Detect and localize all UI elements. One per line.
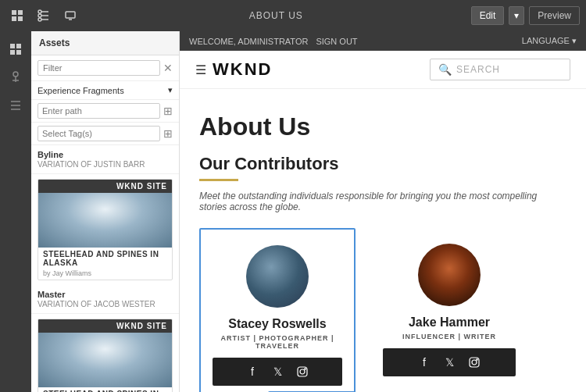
filter-input[interactable] [38,60,160,76]
svg-rect-14 [10,50,15,55]
svg-point-24 [305,369,306,369]
assets-svg-icon [9,42,23,56]
asset-card-image [38,333,172,387]
top-toolbar: ABOUT US Edit ▾ Preview [0,0,586,31]
path-input[interactable] [38,103,160,119]
avatar-image [418,244,481,306]
svg-rect-13 [16,44,21,48]
section-description: Meet the outstanding individuals respons… [199,191,566,212]
avatar-image [246,245,309,308]
dropdown-label: Experience Fragments [38,86,124,95]
layout-icon [11,9,23,22]
asset-variation: VARIATION OF JACOB WESTER [38,300,173,308]
contributor-card[interactable]: Jake Hammer INFLUENCER | WRITER f 𝕏 [371,228,527,392]
assets-dropdown[interactable]: Experience Fragments ▾ [31,81,179,100]
section-divider [199,179,238,181]
assets-filter: ✕ [31,55,179,81]
layout-icon-btn[interactable] [6,6,28,25]
preview-button[interactable]: Preview [529,6,580,25]
asset-card-title: STEELHEAD AND SPINES IN ALASKA [38,248,172,269]
twitter-icon[interactable]: 𝕏 [441,355,457,370]
filter-clear-button[interactable]: ✕ [163,62,173,74]
device-icon-btn[interactable] [59,6,81,25]
asset-variation: VARIATION OF JUSTIN BARR [38,160,173,169]
content-tree-svg-icon [9,98,23,112]
svg-rect-0 [12,10,16,15]
components-svg-icon [9,70,23,84]
site-nav-left: ☰ WKND [195,59,272,80]
content-area: WELCOME, ADMINISTRATOR SIGN OUT LANGUAGE… [180,31,586,392]
structure-icon [38,9,50,22]
search-placeholder-text: SEARCH [456,64,500,75]
social-bar: f 𝕏 [383,348,516,376]
facebook-icon[interactable]: f [416,355,432,370]
svg-point-23 [300,369,305,374]
main-area: Assets ✕ Experience Fragments ▾ ⊞ ⊞ Byli… [0,31,586,392]
tags-browse-icon[interactable]: ⊞ [163,127,173,140]
tags-input[interactable] [38,126,160,141]
svg-point-26 [472,360,477,365]
components-icon[interactable] [4,66,27,89]
svg-rect-2 [12,16,16,21]
svg-rect-1 [18,10,23,15]
structure-icon-btn[interactable] [33,6,55,25]
edit-button[interactable]: Edit [471,6,505,25]
chevron-down-icon: ▾ [168,85,173,95]
content-tree-icon[interactable] [4,94,27,117]
page-heading: About Us [199,112,566,141]
avatar [246,245,309,308]
site-search[interactable]: 🔍 SEARCH [430,59,570,80]
asset-thumbnail [38,333,172,387]
search-icon: 🔍 [438,63,452,76]
assets-icon[interactable] [4,37,27,61]
avatar [418,244,481,306]
contributor-role: ARTIST | PHOTOGRAPHER | TRAVELER [213,334,342,350]
social-bar: f 𝕏 [213,358,342,386]
list-item[interactable]: Master VARIATION OF JACOB WESTER [31,285,179,314]
contributor-card[interactable]: Stacey Roswells ARTIST | PHOTOGRAPHER | … [199,228,356,392]
list-item[interactable]: WKND SITE STEELHEAD AND SPINES IN ALASKA… [38,179,173,280]
list-item[interactable]: WKND SITE STEELHEAD AND SPINES IN ALASKA… [38,319,173,392]
device-icon [64,9,77,22]
section-heading: Our Contributors [199,154,566,174]
asset-thumbnail [38,193,172,248]
path-browse-icon[interactable]: ⊞ [163,105,173,117]
assets-panel: Assets ✕ Experience Fragments ▾ ⊞ ⊞ Byli… [31,31,180,392]
site-topbar-left: WELCOME, ADMINISTRATOR SIGN OUT [189,37,358,46]
assets-tags: ⊞ [31,123,179,145]
list-item[interactable]: Byline VARIATION OF JUSTIN BARR [31,145,179,174]
language-label: LANGUAGE [522,36,570,45]
asset-card-image [38,193,172,248]
svg-point-16 [13,72,18,77]
svg-point-5 [38,14,41,17]
assets-header: Assets [31,31,179,55]
contributors-list: Stacey Roswells ARTIST | PHOTOGRAPHER | … [199,228,566,392]
site-logo: WKND [213,59,272,80]
svg-rect-10 [66,12,75,18]
svg-point-27 [477,359,477,360]
asset-card-subtitle: by Jay Williams [38,269,172,280]
toolbar-right: Edit ▾ Preview [471,6,580,25]
contributor-name: Stacey Roswells [213,317,342,331]
language-selector[interactable]: LANGUAGE ▾ [522,36,577,46]
facebook-icon[interactable]: f [245,364,260,380]
signout-link[interactable]: SIGN OUT [316,37,357,46]
svg-rect-15 [16,50,21,55]
page-title-label: ABOUT US [249,10,303,21]
svg-rect-12 [10,44,15,48]
assets-path: ⊞ [31,100,179,123]
asset-card-title: STEELHEAD AND SPINES IN ALASKA [38,387,172,392]
welcome-text: WELCOME, ADMINISTRATOR [189,37,308,46]
svg-point-4 [38,10,41,13]
edit-arrow-button[interactable]: ▾ [509,6,524,25]
instagram-icon[interactable] [466,355,482,370]
hamburger-icon[interactable]: ☰ [195,62,206,77]
page-content: About Us Our Contributors Meet the outst… [180,89,586,392]
twitter-icon[interactable]: 𝕏 [270,364,285,380]
site-topbar: WELCOME, ADMINISTRATOR SIGN OUT LANGUAGE… [180,31,586,51]
svg-rect-3 [18,16,23,21]
asset-card-site: WKND SITE [38,319,172,333]
toolbar-left [6,6,81,25]
side-icons [0,31,31,392]
instagram-icon[interactable] [295,364,310,380]
